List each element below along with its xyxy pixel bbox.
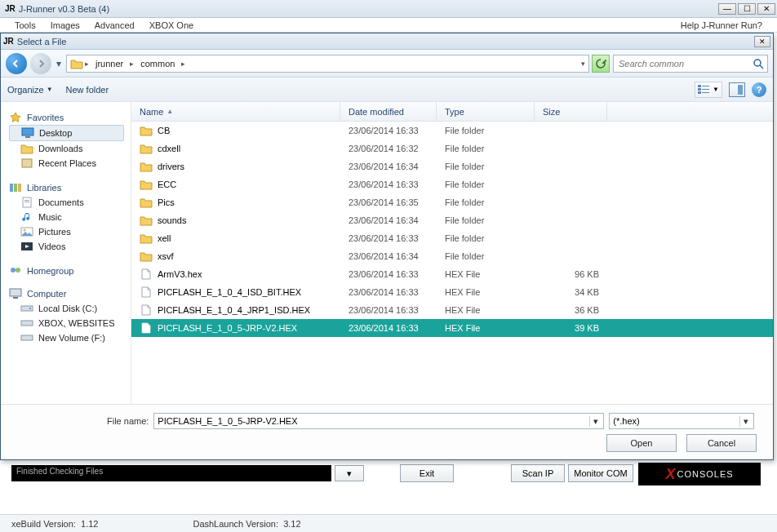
sidebar-item-local-disk-c[interactable]: Local Disk (C:) xyxy=(9,301,131,316)
refresh-button[interactable] xyxy=(592,55,610,73)
menu-help[interactable]: Help J-Runner Run? xyxy=(681,20,762,30)
chevron-right-icon[interactable]: ▸ xyxy=(181,60,185,68)
file-date: 23/06/2014 16:33 xyxy=(340,305,437,315)
history-dropdown-icon[interactable]: ▾ xyxy=(55,58,63,69)
sidebar-item-xbox-websites[interactable]: XBOX, WEBSITES xyxy=(9,316,131,330)
main-maximize-button[interactable]: ☐ xyxy=(738,3,756,15)
svg-rect-21 xyxy=(10,289,21,296)
folder-row[interactable]: CB23/06/2014 16:33File folder xyxy=(131,122,773,140)
chevron-down-icon[interactable]: ▾ xyxy=(589,416,602,427)
folder-row[interactable]: ECC23/06/2014 16:33File folder xyxy=(131,175,773,193)
arrow-left-icon xyxy=(11,59,21,69)
sidebar-item-music[interactable]: Music xyxy=(9,210,131,224)
organize-menu[interactable]: Organize ▼ xyxy=(7,85,53,95)
scan-ip-button[interactable]: Scan IP xyxy=(511,464,565,482)
search-box[interactable] xyxy=(613,55,768,73)
file-date: 23/06/2014 16:33 xyxy=(340,287,437,297)
sidebar-item-new-volume-f[interactable]: New Volume (F:) xyxy=(9,330,131,345)
sidebar-item-downloads[interactable]: Downloads xyxy=(9,141,131,156)
file-open-dialog: JR Select a File ✕ ▾ ▸ jrunner ▸ common … xyxy=(0,33,774,460)
sidebar-group-favorites[interactable]: Favorites xyxy=(9,112,131,123)
filetype-filter-combo[interactable]: (*.hex) ▾ xyxy=(609,413,754,429)
nav-row: ▾ ▸ jrunner ▸ common ▸ ▾ xyxy=(1,50,773,78)
monitor-com-button[interactable]: Monitor COM xyxy=(568,464,633,482)
dialog-close-button[interactable]: ✕ xyxy=(754,36,770,47)
drive-icon xyxy=(20,303,33,314)
file-row[interactable]: ArmV3.hex23/06/2014 16:33HEX File96 KB xyxy=(131,265,773,283)
help-button[interactable]: ? xyxy=(752,82,766,97)
file-list[interactable]: CB23/06/2014 16:33File foldercdxell23/06… xyxy=(131,122,773,404)
search-input[interactable] xyxy=(617,58,753,69)
drive-icon xyxy=(20,332,33,344)
file-date: 23/06/2014 16:33 xyxy=(340,323,437,333)
sidebar-group-libraries[interactable]: Libraries xyxy=(9,182,131,193)
column-header-type[interactable]: Type xyxy=(437,102,535,121)
open-button[interactable]: Open xyxy=(606,434,677,452)
breadcrumb-seg-jrunner[interactable]: jrunner xyxy=(91,59,128,69)
file-date: 23/06/2014 16:33 xyxy=(340,180,437,189)
menu-xbox-one[interactable]: XBOX One xyxy=(149,20,193,30)
chevron-down-icon: ▼ xyxy=(47,86,53,93)
svg-rect-4 xyxy=(702,86,709,86)
main-minimize-button[interactable]: — xyxy=(718,3,736,15)
filename-combo[interactable]: PICFLASH_E_1_0_5-JRP-V2.HEX ▾ xyxy=(153,413,604,429)
view-mode-button[interactable]: ▼ xyxy=(695,82,722,98)
list-view-icon xyxy=(698,85,711,95)
folder-row[interactable]: xsvf23/06/2014 16:34File folder xyxy=(131,247,773,265)
file-name: Pics xyxy=(158,197,175,207)
column-header-size[interactable]: Size xyxy=(535,102,607,121)
breadcrumb[interactable]: ▸ jrunner ▸ common ▸ ▾ xyxy=(66,55,589,73)
computer-icon xyxy=(9,288,22,299)
menu-tools[interactable]: Tools xyxy=(15,20,36,30)
folder-row[interactable]: sounds23/06/2014 16:34File folder xyxy=(131,211,773,229)
preview-pane-button[interactable] xyxy=(729,82,745,97)
main-menu: Tools Images Advanced XBOX One Help J-Ru… xyxy=(0,18,777,33)
chevron-right-icon[interactable]: ▸ xyxy=(85,60,89,68)
sidebar-item-videos[interactable]: Videos xyxy=(9,239,131,254)
folder-row[interactable]: Pics23/06/2014 16:35File folder xyxy=(131,193,773,211)
svg-point-24 xyxy=(29,308,31,309)
svg-rect-7 xyxy=(22,128,33,135)
column-header-blank[interactable] xyxy=(607,102,773,121)
folder-row[interactable]: xell23/06/2014 16:33File folder xyxy=(131,229,773,247)
file-size: 36 KB xyxy=(535,305,607,315)
file-row[interactable]: PICFLASH_E_1_0_5-JRP-V2.HEX23/06/2014 16… xyxy=(131,319,773,337)
chevron-right-icon[interactable]: ▸ xyxy=(130,60,134,68)
svg-point-0 xyxy=(754,60,761,66)
sidebar-item-pictures[interactable]: Pictures xyxy=(9,224,131,239)
dashlaunch-label: DashLaunch Version: xyxy=(193,519,278,529)
menu-images[interactable]: Images xyxy=(51,20,80,30)
sidebar-item-desktop[interactable]: Desktop xyxy=(9,125,124,141)
cancel-button[interactable]: Cancel xyxy=(686,434,757,452)
file-row[interactable]: PICFLASH_E_1_0_4_JRP1_ISD.HEX23/06/2014 … xyxy=(131,301,773,319)
file-date: 23/06/2014 16:34 xyxy=(340,251,437,261)
new-folder-button[interactable]: New folder xyxy=(66,85,109,95)
file-name: PICFLASH_E_1_0_4_ISD_BIT.HEX xyxy=(158,287,301,297)
exit-button[interactable]: Exit xyxy=(400,464,454,482)
column-header-date[interactable]: Date modified xyxy=(340,102,437,121)
sidebar-group-homegroup[interactable]: Homegroup xyxy=(9,265,131,277)
file-size: 34 KB xyxy=(535,287,607,297)
menu-advanced[interactable]: Advanced xyxy=(95,20,135,30)
sidebar-item-recent[interactable]: Recent Places xyxy=(9,156,131,171)
folder-icon xyxy=(140,125,153,136)
breadcrumb-collapse-icon[interactable]: ▾ xyxy=(581,60,585,68)
main-close-button[interactable]: ✕ xyxy=(757,3,775,15)
xebuild-version: 1.12 xyxy=(81,519,98,529)
svg-rect-3 xyxy=(698,91,701,94)
chevron-down-icon[interactable]: ▾ xyxy=(739,416,752,427)
nav-forward-button[interactable] xyxy=(30,53,51,74)
folder-row[interactable]: drivers23/06/2014 16:34File folder xyxy=(131,157,773,175)
main-titlebar: JR J-Runner v0.3 Beta (4) — ☐ ✕ xyxy=(0,0,777,18)
search-icon[interactable] xyxy=(753,58,764,69)
file-row[interactable]: PICFLASH_E_1_0_4_ISD_BIT.HEX23/06/2014 1… xyxy=(131,283,773,301)
breadcrumb-seg-common[interactable]: common xyxy=(135,59,180,69)
nav-back-button[interactable] xyxy=(6,53,27,74)
arrow-right-icon xyxy=(36,59,46,69)
folder-row[interactable]: cdxell23/06/2014 16:32File folder xyxy=(131,140,773,157)
sidebar-group-computer[interactable]: Computer xyxy=(9,288,131,299)
console-dropdown[interactable]: ▾ xyxy=(335,465,364,481)
music-icon xyxy=(20,211,33,223)
column-header-name[interactable]: Name▲ xyxy=(131,102,340,121)
sidebar-item-documents[interactable]: Documents xyxy=(9,195,131,210)
